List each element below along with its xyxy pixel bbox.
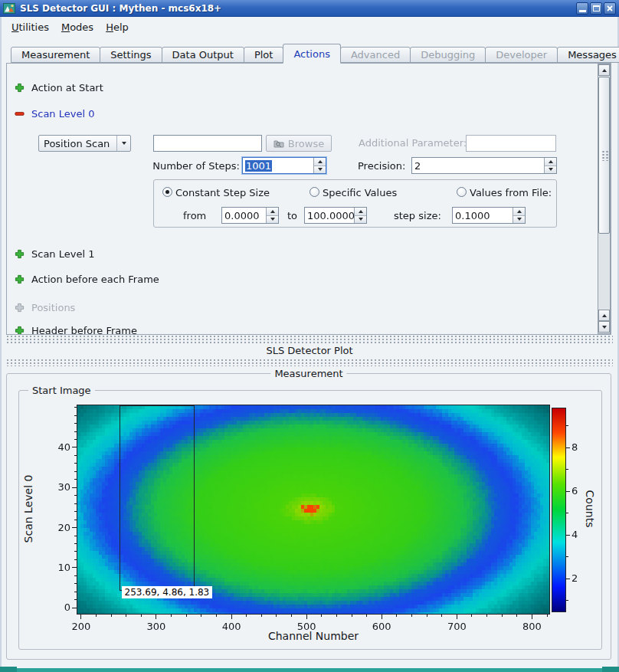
resize-corner-right[interactable] <box>602 667 619 672</box>
tab-actions[interactable]: Actions <box>283 44 341 64</box>
step-mode-groupbox: Constant Step Size Specific Values Value… <box>153 179 557 228</box>
step-size-increment-button[interactable] <box>513 208 525 215</box>
number-of-steps-input[interactable]: 1001 <box>243 158 313 173</box>
step-size-decrement-button[interactable] <box>513 215 525 224</box>
number-of-steps-decrement-button[interactable] <box>314 166 326 174</box>
spin-arrows <box>266 208 278 223</box>
window-controls <box>576 2 616 15</box>
up-arrow-icon <box>270 210 275 213</box>
browse-button: Browse <box>266 135 332 152</box>
tab-messages[interactable]: Messages <box>557 47 619 63</box>
down-arrow-icon <box>270 218 275 221</box>
expand-plus-icon[interactable] <box>15 249 25 259</box>
to-increment-button[interactable] <box>355 208 366 215</box>
action-row-label: Scan Level 1 <box>31 248 94 260</box>
precision-input[interactable]: 2 <box>412 158 544 173</box>
window-title: SLS Detector GUI : Mythen - mcs6x18+ <box>20 3 221 14</box>
maximize-button[interactable] <box>590 2 602 15</box>
step-size-spinbox: 0.1000 <box>452 207 526 224</box>
expand-plus-icon[interactable] <box>15 83 25 93</box>
tab-advanced: Advanced <box>340 47 411 63</box>
minimize-button[interactable] <box>576 2 588 15</box>
from-input[interactable]: 0.0000 <box>222 208 266 223</box>
radio-constant-step-size[interactable] <box>162 187 172 197</box>
combo-dropdown-button[interactable] <box>116 136 130 151</box>
scrollbar-thumb[interactable] <box>598 77 610 234</box>
spin-arrows <box>313 158 326 173</box>
to-spinbox: 100.0000 <box>304 207 367 224</box>
precision-increment-button[interactable] <box>545 158 556 166</box>
close-icon <box>606 5 614 12</box>
menubar: Utilities Modes Help <box>2 17 617 37</box>
action-row-scan-level-0: Scan Level 0 <box>15 107 94 120</box>
plot-dock-title: SLS Detector Plot <box>0 345 619 356</box>
number-of-steps-increment-button[interactable] <box>314 158 326 166</box>
step-size-label: step size: <box>394 210 441 221</box>
radio-label: Constant Step Size <box>175 187 270 198</box>
from-spinbox: 0.0000 <box>221 207 279 224</box>
radio-values-from-file[interactable] <box>457 187 467 197</box>
maximize-icon <box>593 5 600 11</box>
colorbar-canvas <box>552 408 565 611</box>
folder-search-icon <box>273 139 284 148</box>
tab-measurement[interactable]: Measurement <box>11 47 100 63</box>
from-label: from <box>183 210 206 221</box>
window-border-bottom[interactable] <box>0 668 619 672</box>
app-icon[interactable] <box>3 2 15 15</box>
splitter-handle[interactable] <box>6 359 613 366</box>
collapse-minus-icon[interactable] <box>15 109 25 119</box>
browse-button-label: Browse <box>288 138 324 149</box>
scroll-up-button-bottom[interactable] <box>598 310 610 321</box>
radio-specific-values[interactable] <box>310 187 319 197</box>
step-size-input[interactable]: 0.1000 <box>453 208 513 223</box>
heatmap-plot[interactable]: 253.69, 4.86, 1.83 <box>77 405 550 615</box>
action-row-header-before-frame: Header before Frame <box>15 324 137 335</box>
action-row-positions: Positions <box>15 301 75 313</box>
number-of-steps-label: Number of Steps: <box>129 160 240 172</box>
tab-settings[interactable]: Settings <box>100 47 162 63</box>
actions-tab-panel: Action at Start Scan Level 0 Position Sc… <box>6 63 611 335</box>
tab-plot[interactable]: Plot <box>244 47 284 63</box>
menu-modes[interactable]: Modes <box>56 19 99 35</box>
down-arrow-icon <box>359 218 363 221</box>
up-arrow-icon <box>517 210 522 213</box>
measurement-group-title: Measurement <box>270 368 346 379</box>
resize-corner-left[interactable] <box>0 667 17 672</box>
tabbar: Measurement Settings Data Output Plot Ac… <box>6 43 613 63</box>
scan-value-input[interactable] <box>153 135 262 152</box>
up-arrow-icon <box>602 314 607 317</box>
splitter-handle[interactable] <box>6 335 613 343</box>
scroll-up-button[interactable] <box>598 64 610 76</box>
down-arrow-icon <box>517 218 522 221</box>
titlebar[interactable]: SLS Detector GUI : Mythen - mcs6x18+ <box>0 0 619 17</box>
scan-mode-combobox[interactable]: Position Scan <box>38 135 131 152</box>
colorbar <box>552 408 566 612</box>
from-increment-button[interactable] <box>267 208 278 215</box>
scan-mode-value: Position Scan <box>39 136 116 151</box>
down-arrow-icon <box>318 168 323 171</box>
precision-label: Precision: <box>358 160 405 172</box>
to-input[interactable]: 100.0000 <box>305 208 354 223</box>
radio-label: Values from File: <box>470 187 552 198</box>
scroll-down-button[interactable] <box>598 321 610 333</box>
to-decrement-button[interactable] <box>355 215 366 224</box>
spin-arrows <box>354 208 366 223</box>
up-arrow-icon <box>318 160 323 163</box>
down-arrow-icon <box>602 326 607 329</box>
down-arrow-icon <box>549 168 553 171</box>
action-row-start: Action at Start <box>15 81 103 93</box>
additional-parameter-label: Additional Parameter: <box>359 137 467 149</box>
tab-data-output[interactable]: Data Output <box>162 47 244 63</box>
action-row-label: Scan Level 0 <box>31 108 94 120</box>
menu-utilities[interactable]: Utilities <box>6 19 54 35</box>
menu-help[interactable]: Help <box>100 19 134 35</box>
from-decrement-button[interactable] <box>267 215 278 224</box>
precision-decrement-button[interactable] <box>545 166 556 174</box>
action-row-label: Action at Start <box>31 82 103 93</box>
expand-plus-icon[interactable] <box>15 326 25 336</box>
vertical-scrollbar <box>598 64 611 334</box>
close-button[interactable] <box>604 2 616 15</box>
start-image-group-title: Start Image <box>28 385 95 396</box>
spin-arrows <box>544 158 556 173</box>
expand-plus-icon[interactable] <box>15 274 25 284</box>
